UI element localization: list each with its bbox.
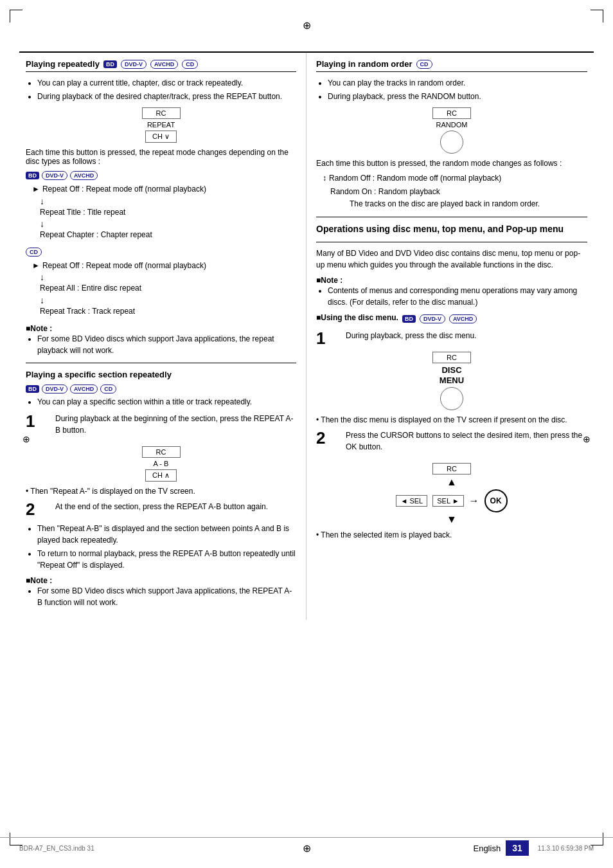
step1-num: 1 (26, 413, 40, 429)
rc-box-repeat: RC (142, 107, 181, 119)
repeat-off-bd: ► Repeat Off : Repeat mode off (normal p… (32, 183, 296, 197)
operations-note-1: Contents of menus and corresponding menu… (328, 285, 587, 308)
operations-section: Operations using disc menu, top menu, an… (316, 224, 587, 539)
operations-header: Operations using disc menu, top menu, an… (316, 224, 587, 242)
playing-specific-section: Playing a specific section repeatedly BD… (26, 370, 296, 608)
ops-step1-text: During playback, press the disc menu. (346, 330, 476, 341)
badge-bd-ops: BD (402, 315, 416, 323)
random-bullet-2: During playback, press the RANDOM button… (328, 91, 587, 102)
page-footer: BDR-A7_EN_CS3.indb 31 ⊕ English 31 11.3.… (0, 837, 613, 858)
bullet-1: You can play a current title, chapter, d… (37, 77, 296, 89)
english-label: English (473, 844, 501, 853)
random-bullet-1: You can play the tracks in random order. (328, 77, 587, 89)
note2-title: ■Note : (26, 576, 52, 585)
ch-box: CH ∨ (145, 131, 177, 143)
corner-mark-tl (10, 10, 22, 23)
specific-section-header: Playing a specific section repeatedly (26, 370, 296, 379)
step2-bullet-2: To return to normal playback, press the … (37, 548, 296, 571)
step1-note: • Then "Repeat A-" is displayed on the T… (26, 487, 296, 496)
bullet-2: During playback of the desired chapter/t… (37, 91, 296, 102)
badge-bd: BD (103, 60, 117, 68)
up-arrow: ▲ (447, 476, 457, 488)
badge-avchd-2: AVCHD (70, 171, 98, 180)
ops-step2-note: • Then the selected item is played back. (316, 530, 587, 539)
step2-bullet-1: Then "Repeat A-B" is displayed and the s… (37, 523, 296, 546)
footer-timestamp: 11.3.10 6:59:38 PM (538, 845, 594, 852)
cd-row: CD (26, 248, 296, 257)
step2-num: 2 (26, 501, 40, 518)
playing-repeatedly-section: Playing repeatedly BD DVD-V AVCHD CD You… (26, 59, 296, 356)
badge-cd-random: CD (416, 60, 432, 69)
rc-disc-menu-diagram: RC DISC MENU (316, 352, 587, 410)
badge-avchd-3: AVCHD (70, 384, 98, 393)
rc-random-diagram: RC RANDOM (316, 107, 587, 154)
playing-repeatedly-bullets: You can play a current title, chapter, d… (37, 77, 296, 102)
badge-cd-3: CD (100, 384, 116, 393)
step1-text: During playback at the beginning of the … (55, 413, 296, 436)
badge-dvdv-ops: DVD-V (420, 314, 445, 323)
content-area: Playing repeatedly BD DVD-V AVCHD CD You… (19, 51, 594, 620)
playing-repeatedly-title: Playing repeatedly (26, 59, 100, 69)
corner-mark-tr (591, 10, 603, 23)
note2-item-1: For some BD Video discs which support Ja… (37, 585, 296, 608)
ops-step1: 1 During playback, press the disc menu. (316, 330, 587, 347)
playing-random-section: Playing in random order CD You can play … (316, 59, 587, 210)
random-bullets: You can play the tracks in random order.… (328, 77, 587, 102)
footer-crosshair: ⊕ (303, 842, 311, 854)
right-column: Playing in random order CD You can play … (306, 53, 594, 620)
page-number: 31 (506, 840, 529, 856)
operations-note-list: Contents of menus and corresponding menu… (328, 285, 587, 308)
note-item-1: For some BD Video discs which support Ja… (37, 333, 296, 356)
specific-bullet-1: You can play a specific section within a… (37, 396, 296, 408)
rc-repeat-diagram: RC REPEAT CH ∨ (26, 107, 296, 143)
disc-menu-button (440, 387, 463, 410)
specific-bullets: You can play a specific section within a… (37, 396, 296, 408)
repeat-off-cd: ► Repeat Off : Repeat mode off (normal p… (32, 259, 296, 273)
playing-repeatedly-header: Playing repeatedly BD DVD-V AVCHD CD (26, 59, 296, 72)
badge-cd-2: CD (26, 248, 42, 257)
ops-step1-note: • Then the disc menu is displayed on the… (316, 415, 587, 424)
repeat-note: ■Note : For some BD Video discs which su… (26, 324, 296, 356)
ch-box-ab: CH ∧ (145, 469, 177, 482)
footer-right-group: English 31 11.3.10 6:59:38 PM (473, 840, 594, 856)
specific-step1: 1 During playback at the beginning of th… (26, 413, 296, 441)
sel-right-btn: SEL ► (432, 495, 463, 507)
specific-section-title: Playing a specific section repeatedly (26, 370, 172, 379)
badge-dvdv-2: DVD-V (42, 171, 67, 180)
ok-button: OK (484, 489, 508, 512)
badge-bd-2: BD (26, 172, 39, 179)
divider-2 (316, 217, 587, 217)
rc-box-random: RC (432, 107, 471, 119)
ops-step2-num: 2 (316, 429, 330, 446)
playing-random-header: Playing in random order CD (316, 59, 587, 72)
rc-box-cursor: RC (432, 463, 471, 475)
bd-repeat-flow: ► Repeat Off : Repeat mode off (normal p… (32, 183, 296, 242)
badge-cd: CD (182, 60, 198, 69)
random-off-text: Random Off : Random mode off (normal pla… (329, 172, 501, 186)
cursor-row: ◄ SEL SEL ► → OK (396, 489, 507, 512)
divider-1 (26, 363, 296, 363)
note-list: For some BD Video discs which support Ja… (37, 333, 296, 356)
bd-dvdv-avchd-row: BD DVD-V AVCHD (26, 171, 296, 180)
random-note-intro: Each time this button is pressed, the ra… (316, 159, 587, 168)
note-title: ■Note : (26, 324, 52, 333)
top-crosshair: ⊕ (303, 19, 311, 32)
repeat-note-intro: Each time this button is pressed, the re… (26, 148, 296, 166)
page-container: ⊕ ⊕ ⊕ Playing repeatedly BD DVD-V AVCHD … (0, 0, 613, 868)
operations-note: ■Note : Contents of menus and correspond… (316, 276, 587, 308)
sel-left-btn: ◄ SEL (396, 495, 427, 507)
repeat-label: REPEAT (147, 121, 175, 129)
disc-menu-label: DISC MENU (440, 365, 464, 385)
specific-note: ■Note : For some BD Video discs which su… (26, 576, 296, 608)
playing-random-title: Playing in random order (316, 59, 413, 69)
down-arrow: ▼ (447, 514, 457, 525)
operations-intro: Many of BD Video and DVD Video disc cont… (316, 248, 587, 271)
left-column: Playing repeatedly BD DVD-V AVCHD CD You… (19, 53, 306, 620)
left-side-crosshair: ⊕ (22, 434, 30, 444)
ab-label: A - B (154, 460, 169, 467)
rc-ab-diagram: RC A - B CH ∧ (26, 446, 296, 482)
badge-bd-3: BD (26, 385, 39, 393)
operations-title: Operations using disc menu, top menu, an… (316, 224, 587, 234)
right-side-crosshair: ⊕ (583, 434, 591, 444)
step2-text: At the end of the section, press the REP… (55, 501, 268, 512)
